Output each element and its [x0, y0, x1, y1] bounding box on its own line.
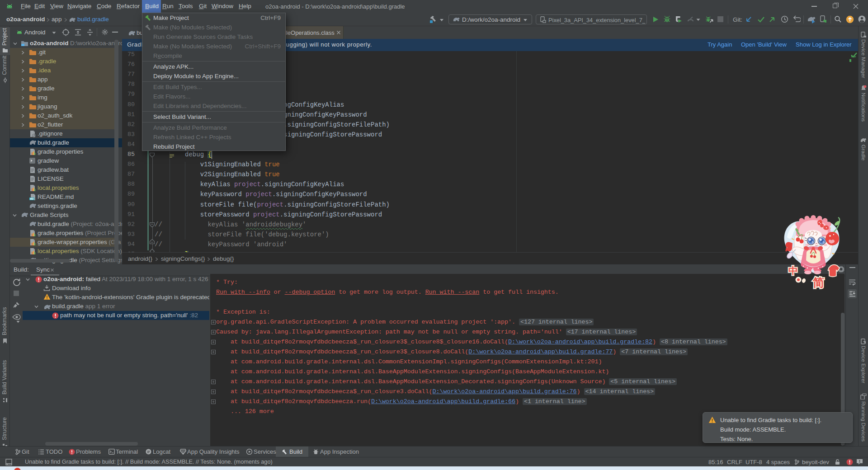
svg-text:中: 中: [788, 265, 798, 276]
svg-text:MD: MD: [30, 197, 34, 200]
svg-text:简: 简: [812, 276, 824, 289]
